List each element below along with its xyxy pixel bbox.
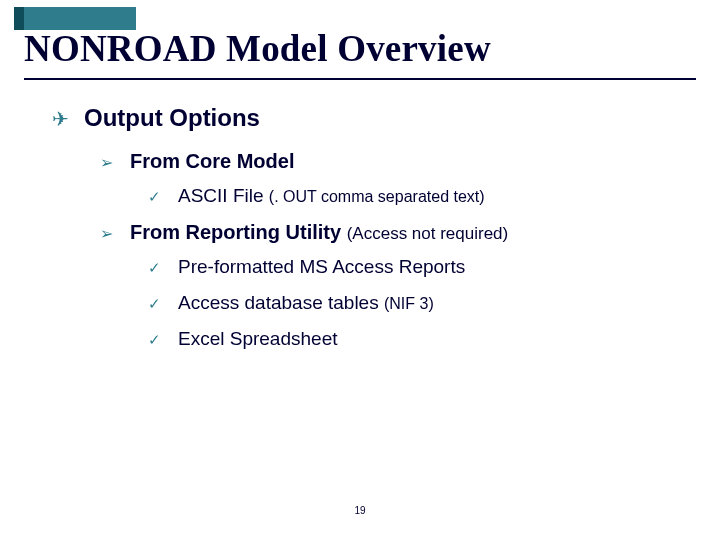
bullet-text: Access database tables (NIF 3): [178, 292, 434, 314]
page-number: 19: [0, 505, 720, 516]
slide-body: ✈ Output Options ➢ From Core Model ✓ ASC…: [50, 104, 690, 364]
bullet-text: From Reporting Utility (Access not requi…: [130, 221, 508, 244]
plane-icon: ✈: [50, 109, 70, 129]
bullet-paren: (Access not required): [347, 224, 509, 243]
bullet-text: ASCII File (. OUT comma separated text): [178, 185, 485, 207]
chevron-right-icon: ➢: [98, 153, 114, 172]
bullet-main: Access database tables: [178, 292, 384, 313]
check-icon: ✓: [146, 259, 162, 277]
slide-title: NONROAD Model Overview: [24, 27, 491, 70]
bullet-paren: (. OUT comma separated text): [269, 188, 485, 205]
bullet-main: ASCII File: [178, 185, 269, 206]
check-icon: ✓: [146, 331, 162, 349]
bullet-main: From Reporting Utility: [130, 221, 347, 243]
bullet-text: Excel Spreadsheet: [178, 328, 338, 350]
bullet-level-1: ✈ Output Options: [50, 104, 690, 132]
chevron-right-icon: ➢: [98, 224, 114, 243]
bullet-level-3: ✓ ASCII File (. OUT comma separated text…: [146, 185, 690, 207]
bullet-level-2: ➢ From Reporting Utility (Access not req…: [98, 221, 690, 244]
check-icon: ✓: [146, 295, 162, 313]
bullet-level-2: ➢ From Core Model: [98, 150, 690, 173]
bullet-level-3: ✓ Excel Spreadsheet: [146, 328, 690, 350]
bullet-paren: (NIF 3): [384, 295, 434, 312]
check-icon: ✓: [146, 188, 162, 206]
bullet-level-3: ✓ Access database tables (NIF 3): [146, 292, 690, 314]
bullet-level-3: ✓ Pre-formatted MS Access Reports: [146, 256, 690, 278]
bullet-text: Pre-formatted MS Access Reports: [178, 256, 465, 278]
bullet-text: Output Options: [84, 104, 260, 132]
title-underline: [24, 78, 696, 80]
bullet-text: From Core Model: [130, 150, 294, 173]
